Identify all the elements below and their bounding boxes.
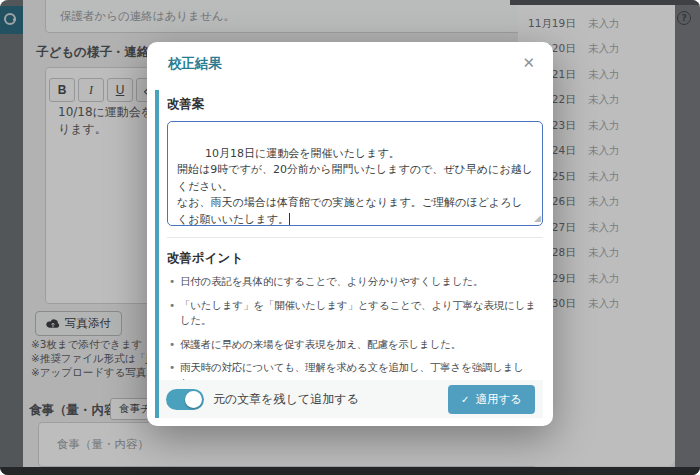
toggle-label: 元の文章を残して追加する bbox=[213, 391, 359, 408]
modal-footer: 元の文章を残して追加する ✓ 適用する bbox=[159, 380, 543, 418]
improvement-point: 「いたします」を「開催いたします」とすることで、より丁寧な表現にしました。 bbox=[167, 298, 543, 329]
improvement-point: 保護者に早めの来場を促す表現を加え、配慮を示しました。 bbox=[167, 337, 543, 353]
keep-original-toggle[interactable] bbox=[166, 389, 204, 410]
text-caret bbox=[289, 213, 290, 225]
proofread-result-modal: 校正結果 ✕ 改善案 10月18日に運動会を開催いたします。 開始は9時ですが、… bbox=[147, 42, 553, 426]
proposal-text: 10月18日に運動会を開催いたします。 開始は9時ですが、20分前から開門いたし… bbox=[177, 147, 533, 226]
modal-body: 改善案 10月18日に運動会を開催いたします。 開始は9時ですが、20分前から開… bbox=[155, 90, 543, 418]
improvement-points-list: 日付の表記を具体的にすることで、より分かりやすくしました。 「いたします」を「開… bbox=[167, 274, 543, 391]
modal-title: 校正結果 bbox=[168, 55, 222, 73]
app-screen: 保護者からの連絡はありません。 子どもの様子・連絡事項 B I U 10/18に… bbox=[0, 0, 700, 475]
proposal-label: 改善案 bbox=[167, 96, 543, 113]
apply-button[interactable]: ✓ 適用する bbox=[448, 385, 535, 414]
resize-handle-icon[interactable]: ◢ bbox=[534, 210, 541, 227]
toggle-knob bbox=[185, 391, 202, 408]
check-icon: ✓ bbox=[461, 394, 469, 405]
close-icon[interactable]: ✕ bbox=[518, 52, 539, 74]
proposal-textarea[interactable]: 10月18日に運動会を開催いたします。 開始は9時ですが、20分前から開門いたし… bbox=[167, 121, 543, 226]
improvement-point: 日付の表記を具体的にすることで、より分かりやすくしました。 bbox=[167, 274, 543, 290]
divider bbox=[167, 237, 543, 238]
apply-button-label: 適用する bbox=[475, 392, 522, 407]
points-label: 改善ポイント bbox=[167, 250, 543, 267]
